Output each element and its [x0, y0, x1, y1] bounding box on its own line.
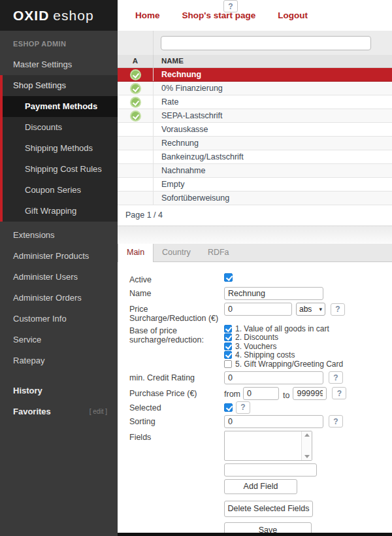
selected-help-button[interactable]: ?: [236, 401, 250, 414]
row-active-cell: [118, 150, 154, 163]
sidebar-item[interactable]: Administer Products: [0, 246, 118, 267]
selected-checkbox[interactable]: [224, 403, 233, 412]
row-name-cell[interactable]: Rechnung: [154, 70, 392, 79]
name-input[interactable]: [224, 287, 323, 300]
row-active-cell: [118, 123, 154, 136]
sidebar-item[interactable]: Administer Users: [0, 267, 118, 288]
sorting-help-button[interactable]: ?: [329, 415, 343, 427]
table-row[interactable]: SEPA-Lastschrift: [118, 109, 392, 123]
table-row[interactable]: Sofortüberweisung: [118, 192, 392, 205]
filter-row-active-cell: [118, 31, 154, 55]
sidebar-subitem[interactable]: Coupon Series: [3, 180, 118, 201]
sidebar-item[interactable]: Customer Info: [0, 309, 118, 329]
base-option-label: 2. Discounts: [235, 333, 278, 342]
active-checkbox[interactable]: [224, 273, 233, 282]
scroll-up-icon[interactable]: [304, 433, 310, 437]
selected-label: Selected: [129, 401, 224, 412]
active-status-icon[interactable]: [131, 71, 140, 79]
row-name-cell[interactable]: Nachnahme: [154, 166, 392, 175]
base-option-checkbox[interactable]: [224, 343, 232, 350]
active-status-icon[interactable]: [131, 112, 140, 120]
purchase-to-input[interactable]: [293, 387, 327, 400]
tab[interactable]: Country: [154, 244, 199, 261]
sidebar-item[interactable]: Service: [0, 329, 118, 350]
favorites-edit-link[interactable]: [ edit ]: [90, 401, 107, 422]
table-row[interactable]: Rechnung: [118, 137, 392, 150]
active-status-icon[interactable]: [131, 84, 140, 93]
delete-selected-fields-button[interactable]: Delete Selected Fields: [224, 501, 313, 517]
price-help-button[interactable]: ?: [331, 303, 345, 316]
column-header-name[interactable]: NAME: [154, 55, 392, 67]
sidebar-footer-item-label: Favorites: [13, 401, 51, 422]
row-active-cell: [118, 164, 154, 177]
purchase-price-label: Purchase Price (€): [129, 387, 224, 398]
base-option[interactable]: 2. Discounts: [224, 333, 368, 343]
sidebar-footer-item[interactable]: Favorites [ edit ]: [0, 401, 118, 422]
top-navigation: Home Shop's start page Logout: [118, 0, 392, 31]
listbox-scrollbar[interactable]: [301, 431, 312, 460]
topnav-link[interactable]: Home: [135, 10, 160, 20]
base-options: 1. Value of all goods in cart 2. Discoun…: [224, 324, 368, 369]
table-row[interactable]: Rate: [118, 95, 392, 109]
table-row[interactable]: Nachnahme: [118, 164, 392, 178]
sidebar-subitem[interactable]: Gift Wrapping: [3, 201, 118, 222]
sorting-label: Sorting: [129, 415, 224, 426]
sidebar-subitem[interactable]: Discounts: [3, 117, 118, 138]
purchase-from-input[interactable]: [243, 387, 279, 400]
base-option-checkbox[interactable]: [224, 333, 232, 341]
topnav-link[interactable]: Shop's start page: [182, 10, 256, 20]
base-option-checkbox[interactable]: [224, 360, 232, 368]
sidebar-subitem[interactable]: Payment Methods: [3, 96, 118, 117]
base-option[interactable]: 3. Vouchers: [224, 342, 368, 351]
sidebar-item[interactable]: Extensions: [0, 225, 118, 246]
sorting-input[interactable]: [224, 415, 323, 428]
base-help-button[interactable]: ?: [223, 0, 238, 12]
base-of-price-row: Base of price surcharge/reduction: 1. Va…: [129, 324, 392, 369]
name-filter-input[interactable]: [161, 36, 371, 50]
row-name-cell[interactable]: Empty: [154, 180, 392, 189]
table-row[interactable]: Vorauskasse: [118, 123, 392, 137]
price-surcharge-input[interactable]: [224, 303, 292, 316]
sidebar-item-shop-settings[interactable]: Shop Settings: [3, 75, 118, 96]
base-option-checkbox[interactable]: [224, 351, 232, 359]
new-field-input[interactable]: [224, 463, 317, 477]
table-row[interactable]: Empty: [118, 178, 392, 192]
credit-help-button[interactable]: ?: [329, 371, 343, 384]
table-row[interactable]: Bankeinzug/Lastschrift: [118, 150, 392, 164]
base-option[interactable]: 4. Shipping costs: [224, 351, 368, 360]
base-of-price-label-line2: surcharge/reduction:: [129, 335, 224, 344]
topnav-link[interactable]: Logout: [278, 10, 308, 20]
table-row[interactable]: 0% Finanzierung: [118, 82, 392, 95]
tab[interactable]: RDFa: [199, 244, 238, 261]
pagination-label: Page 1 / 4: [118, 205, 392, 226]
fields-listbox[interactable]: [224, 431, 312, 461]
purchase-help-button[interactable]: ?: [332, 387, 346, 399]
tab[interactable]: Main: [118, 244, 154, 261]
sidebar-subitem[interactable]: Shipping Methods: [3, 138, 118, 159]
column-header-active[interactable]: A: [118, 55, 154, 67]
logo: OXID eshop: [0, 0, 118, 31]
sidebar-footer-item[interactable]: History: [0, 380, 118, 401]
sidebar-item-master-settings[interactable]: Master Settings: [0, 54, 118, 75]
base-of-price-label: Base of price surcharge/reduction:: [129, 324, 224, 344]
row-name-cell[interactable]: Rate: [154, 97, 392, 107]
row-name-cell[interactable]: 0% Finanzierung: [154, 84, 392, 93]
row-name-cell[interactable]: Vorauskasse: [154, 125, 392, 134]
sidebar-item[interactable]: Ratepay: [0, 350, 118, 371]
row-name-cell[interactable]: Sofortüberweisung: [154, 193, 392, 203]
sidebar-item[interactable]: Administer Orders: [0, 288, 118, 309]
base-option[interactable]: 1. Value of all goods in cart: [224, 324, 368, 333]
row-name-cell[interactable]: Bankeinzug/Lastschrift: [154, 152, 392, 161]
base-option-checkbox[interactable]: [224, 325, 232, 333]
price-unit-select[interactable]: abs ▾: [296, 303, 325, 316]
base-option[interactable]: 5. Gift Wrapping/Greeting Card: [224, 360, 368, 369]
delete-fields-row: Delete Selected Fields: [129, 501, 392, 517]
row-name-cell[interactable]: SEPA-Lastschrift: [154, 111, 392, 120]
sidebar-subitem[interactable]: Shipping Cost Rules: [3, 159, 118, 180]
row-name-cell[interactable]: Rechnung: [154, 139, 392, 148]
credit-rating-input[interactable]: [224, 371, 323, 384]
table-row[interactable]: Rechnung: [118, 68, 392, 82]
add-field-button[interactable]: Add Field: [224, 479, 297, 494]
active-status-icon[interactable]: [131, 98, 140, 107]
scroll-down-icon[interactable]: [304, 455, 310, 458]
